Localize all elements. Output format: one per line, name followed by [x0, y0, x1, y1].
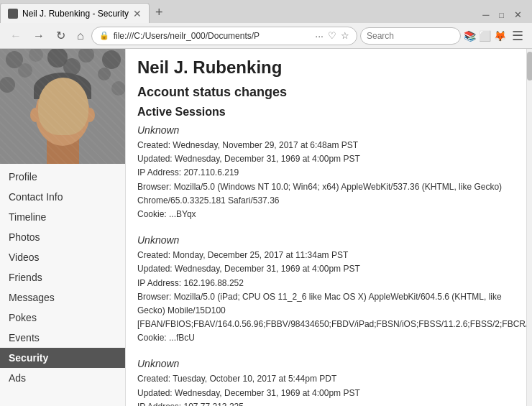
svg-point-5 — [102, 50, 121, 69]
sidebar-item-security[interactable]: Security — [0, 348, 125, 368]
main-content: Neil J. Rubenking Account status changes… — [126, 49, 526, 406]
svg-point-12 — [35, 81, 90, 146]
address-text: file:///C:/Users/neilr_000/Documents/P — [114, 31, 308, 41]
session-3-ip: IP Address: 107.77.213.225 — [137, 400, 515, 406]
svg-point-23 — [30, 108, 40, 122]
svg-rect-11 — [47, 132, 79, 164]
close-window-button[interactable]: ✕ — [510, 6, 526, 23]
scrollbar-thumb[interactable] — [527, 52, 532, 80]
page-body: Profile Contact Info Timeline Photos Vid… — [0, 49, 532, 406]
address-bar[interactable]: 🔒 file:///C:/Users/neilr_000/Documents/P… — [91, 27, 357, 45]
svg-rect-0 — [0, 49, 126, 164]
scrollbar[interactable] — [526, 49, 532, 406]
session-label-3: Unknown — [137, 358, 515, 369]
sidebar-item-timeline[interactable]: Timeline — [0, 207, 125, 227]
session-1-cookie: Cookie: ...BYqx — [137, 208, 515, 221]
profile-photo — [0, 49, 126, 164]
minimize-button[interactable]: ─ — [478, 6, 493, 23]
session-label-1: Unknown — [137, 124, 515, 136]
session-2-updated: Updated: Wednesday, December 31, 1969 at… — [137, 262, 515, 276]
browser-titlebar: Neil J. Rubenking - Security ✕ + ─ □ ✕ — [0, 0, 532, 23]
session-2-created: Created: Monday, December 25, 2017 at 11… — [137, 249, 515, 262]
session-detail-1: Created: Wednesday, November 29, 2017 at… — [137, 139, 515, 221]
session-1-updated: Updated: Wednesday, December 31, 1969 at… — [137, 152, 515, 166]
section-title: Account status changes — [137, 85, 515, 100]
sidebar-item-messages[interactable]: Messages — [0, 287, 125, 308]
sidebar-nav: Profile Contact Info Timeline Photos Vid… — [0, 164, 125, 391]
svg-point-6 — [18, 63, 32, 78]
navigation-bar: ← → ↻ ⌂ 🔒 file:///C:/Users/neilr_000/Doc… — [0, 23, 532, 49]
profile-photo-image — [0, 49, 126, 164]
browser-tab[interactable]: Neil J. Rubenking - Security ✕ — [0, 3, 150, 23]
session-2-ip: IP Address: 162.196.88.252 — [137, 277, 515, 290]
refresh-button[interactable]: ↻ — [52, 26, 70, 45]
session-3-created: Created: Tuesday, October 10, 2017 at 5:… — [137, 372, 515, 386]
svg-rect-14 — [34, 88, 91, 99]
session-block-2: Unknown Created: Monday, December 25, 20… — [137, 234, 515, 345]
tab-title: Neil J. Rubenking - Security — [22, 9, 129, 19]
forward-button[interactable]: → — [29, 27, 49, 45]
address-more-button[interactable]: ··· — [315, 30, 324, 42]
svg-point-20 — [46, 111, 53, 119]
svg-point-1 — [6, 51, 23, 68]
session-block-3: Unknown Created: Tuesday, October 10, 20… — [137, 358, 515, 406]
svg-point-24 — [85, 108, 95, 122]
svg-point-21 — [69, 111, 76, 119]
svg-point-13 — [34, 73, 91, 104]
svg-point-9 — [0, 77, 15, 93]
session-label-2: Unknown — [137, 234, 515, 246]
bookmark-icon[interactable]: ♡ — [328, 30, 336, 41]
search-input[interactable] — [360, 27, 461, 45]
svg-point-8 — [98, 68, 111, 80]
session-detail-3: Created: Tuesday, October 10, 2017 at 5:… — [137, 372, 515, 406]
bookmarks-icon[interactable]: 📚 — [464, 30, 476, 42]
svg-rect-16 — [65, 110, 81, 120]
lock-icon: 🔒 — [99, 31, 109, 40]
sidebar-item-ads[interactable]: Ads — [0, 368, 125, 388]
sidebar-item-pokes[interactable]: Pokes — [0, 308, 125, 328]
svg-rect-15 — [42, 110, 58, 120]
svg-point-22 — [60, 121, 65, 128]
tab-close-button[interactable]: ✕ — [133, 8, 142, 19]
profile-photo-svg — [0, 49, 126, 164]
star-icon[interactable]: ☆ — [341, 30, 349, 41]
session-3-updated: Updated: Wednesday, December 31, 1969 at… — [137, 387, 515, 400]
new-tab-button[interactable]: + — [150, 2, 169, 23]
nav-icons: 📚 ⬜ 🦊 ☰ — [360, 27, 526, 45]
session-1-browser: Browser: Mozilla/5.0 (Windows NT 10.0; W… — [137, 180, 515, 208]
sidebar-item-videos[interactable]: Videos — [0, 247, 125, 267]
tab-favicon-icon — [8, 9, 18, 19]
session-detail-2: Created: Monday, December 25, 2017 at 11… — [137, 249, 515, 345]
home-button[interactable]: ⌂ — [73, 27, 88, 45]
sidebar-item-events[interactable]: Events — [0, 328, 125, 348]
sidebar: Profile Contact Info Timeline Photos Vid… — [0, 49, 126, 406]
profile-name: Neil J. Rubenking — [137, 57, 515, 78]
sidebar-item-photos[interactable]: Photos — [0, 227, 125, 247]
session-2-cookie: Cookie: ...fBcU — [137, 331, 515, 345]
sidebar-item-profile[interactable]: Profile — [0, 167, 125, 187]
menu-button[interactable]: ☰ — [509, 27, 526, 45]
restore-button[interactable]: □ — [495, 8, 508, 22]
session-1-created: Created: Wednesday, November 29, 2017 at… — [137, 139, 515, 152]
subsection-title: Active Sessions — [137, 106, 515, 119]
svg-point-3 — [47, 49, 68, 68]
svg-point-10 — [111, 81, 126, 96]
svg-point-4 — [78, 49, 94, 63]
session-1-ip: IP Address: 207.110.6.219 — [137, 166, 515, 180]
firefox-icon: 🦊 — [494, 30, 506, 42]
sidebar-item-contact-info[interactable]: Contact Info — [0, 187, 125, 207]
svg-point-2 — [29, 49, 43, 62]
back-button[interactable]: ← — [6, 27, 26, 45]
reading-list-icon[interactable]: ⬜ — [479, 30, 491, 42]
sidebar-item-friends[interactable]: Friends — [0, 267, 125, 287]
svg-point-7 — [63, 58, 81, 75]
session-block-1: Unknown Created: Wednesday, November 29,… — [137, 124, 515, 221]
session-2-browser: Browser: Mozilla/5.0 (iPad; CPU OS 11_2_… — [137, 290, 515, 332]
